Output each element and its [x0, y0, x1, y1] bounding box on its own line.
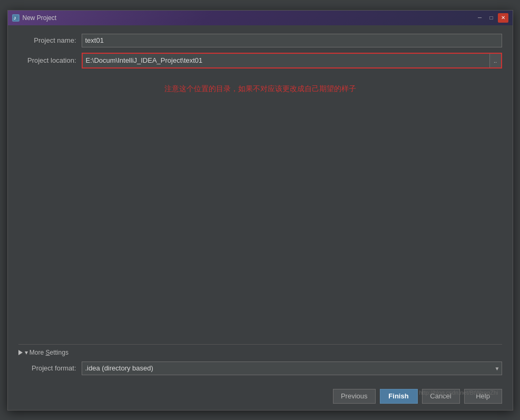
- project-location-row: Project location: ..: [18, 53, 502, 69]
- more-settings-label: ▾ More Settings: [25, 349, 68, 356]
- project-name-row: Project name:: [18, 34, 502, 47]
- project-format-label: Project format:: [18, 364, 76, 372]
- format-select-wrapper: .idea (directory based) .ipr (file based…: [82, 362, 502, 375]
- project-location-input[interactable]: [83, 54, 489, 67]
- button-bar: Previous Finish Cancel Help: [8, 384, 513, 410]
- new-project-dialog: J New Project ─ □ ✕ Project name: Projec…: [7, 10, 513, 411]
- watermark: http://blog.csdn.net/BtWangZhi: [419, 389, 498, 396]
- close-button[interactable]: ✕: [498, 13, 508, 23]
- project-format-select[interactable]: .idea (directory based) .ipr (file based…: [82, 362, 502, 375]
- minimize-button[interactable]: ─: [475, 13, 485, 23]
- browse-button[interactable]: ..: [489, 54, 501, 67]
- previous-button[interactable]: Previous: [333, 389, 376, 404]
- dialog-content: Project name: Project location: .. 注意这个位…: [8, 25, 513, 384]
- title-bar: J New Project ─ □ ✕: [8, 11, 513, 25]
- project-name-input[interactable]: [82, 34, 502, 47]
- location-wrapper: ..: [82, 53, 502, 69]
- project-name-label: Project name:: [18, 36, 76, 44]
- finish-button[interactable]: Finish: [380, 389, 418, 404]
- more-settings-toggle[interactable]: ▾ More Settings: [18, 349, 68, 356]
- expand-icon: [18, 350, 23, 355]
- spacer: [18, 104, 502, 339]
- project-location-label: Project location:: [18, 56, 76, 64]
- more-settings-content: Project format: .idea (directory based) …: [18, 362, 502, 378]
- window-controls: ─ □ ✕: [475, 13, 508, 23]
- dialog-title: New Project: [23, 14, 57, 22]
- title-bar-left: J New Project: [12, 14, 57, 22]
- maximize-button[interactable]: □: [486, 13, 497, 23]
- idea-icon: J: [12, 14, 19, 22]
- annotation-text: 注意这个位置的目录，如果不对应该更改成自己期望的样子: [18, 74, 502, 99]
- svg-text:J: J: [14, 16, 16, 20]
- more-settings-section: ▾ More Settings Project format: .idea (d…: [18, 344, 502, 378]
